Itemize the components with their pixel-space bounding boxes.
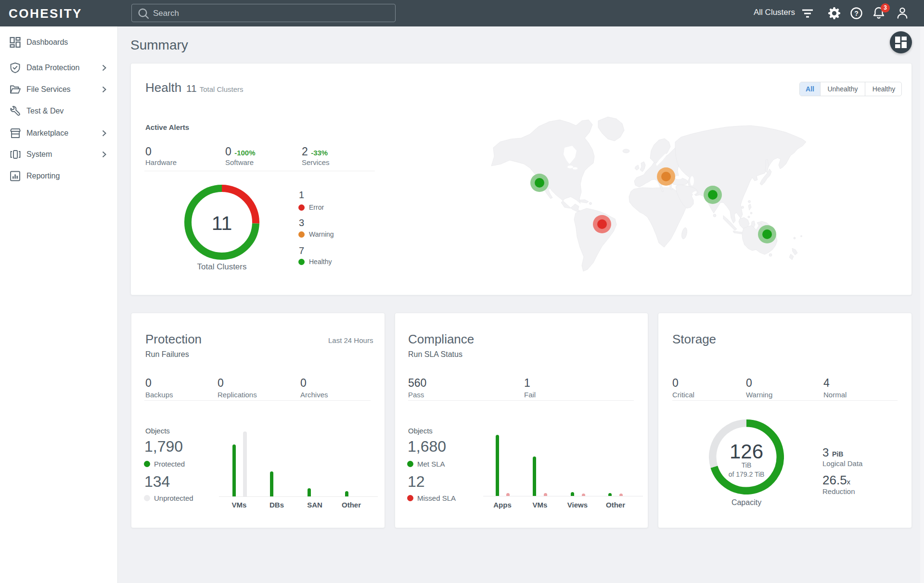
svg-text:?: ? (854, 10, 859, 17)
